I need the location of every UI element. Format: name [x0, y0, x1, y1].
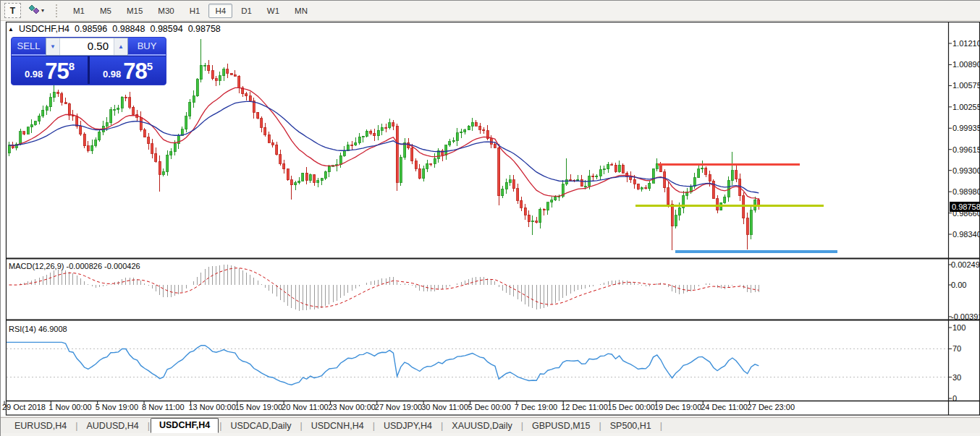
- chart-tab-bar: EURUSD,H4|AUDUSD,H4|USDCHF,H4|USDCAD,Dai…: [1, 417, 980, 433]
- symbol-label: USDCHF,H4: [19, 24, 69, 34]
- time-axis-label: 15 Dec 00:00: [608, 403, 655, 411]
- macd-axis-label: 0.002492: [951, 260, 980, 270]
- terminal-window: T ▾ M1M5M15M30H1H4D1W1MN ▲ USDCHF,H4 0.9…: [0, 0, 980, 436]
- time-axis-label: 27 Nov 19:00: [375, 403, 422, 411]
- buy-price-small: 0.98: [103, 69, 121, 80]
- price-axis-label: 0.99935: [952, 123, 980, 133]
- price-axis-label: 0.98340: [952, 229, 980, 239]
- time-axis-label: 7 Dec 19:00: [515, 403, 557, 411]
- ohlc-high: 0.98848: [112, 24, 145, 34]
- macd-indicator-label: MACD(12,26,9) -0.000826 -0.000426: [9, 262, 140, 270]
- chart-tab-AUDUSD-H4[interactable]: AUDUSD,H4: [79, 419, 147, 433]
- current-price-badge: 0.98758: [950, 202, 980, 212]
- chart-ohlc-header: ▲ USDCHF,H4 0.98596 0.98848 0.98594 0.98…: [8, 24, 221, 34]
- price-axis-label: 0.98980: [952, 187, 980, 197]
- ma-slow-line[interactable]: [9, 101, 759, 193]
- time-axis-label: 27 Dec 23:00: [748, 403, 795, 411]
- price-axis-label: 1.00575: [952, 80, 980, 90]
- price-axis-label: 0.99615: [952, 145, 980, 155]
- buy-price-big: 78: [123, 61, 146, 82]
- timeframe-button-D1[interactable]: D1: [235, 4, 258, 18]
- timeframe-button-M15[interactable]: M15: [120, 4, 149, 18]
- rsi-axis-label: 30: [952, 372, 961, 382]
- time-axis-label: 1 Nov 00:00: [48, 403, 91, 411]
- text-tool-button[interactable]: T: [4, 3, 21, 18]
- timeframe-button-MN[interactable]: MN: [288, 4, 314, 18]
- sell-button[interactable]: SELL: [12, 38, 46, 56]
- time-axis-label: 23 Nov 00:00: [328, 403, 375, 411]
- volume-input[interactable]: 0.50: [60, 38, 114, 55]
- time-axis-label: 30 Nov 11:00: [421, 403, 468, 411]
- macd-axis-label: -0.003913: [951, 312, 980, 322]
- macd-histogram: [9, 265, 759, 310]
- volume-decrease-button[interactable]: ▼: [46, 38, 60, 55]
- time-axis-label: 29 Oct 2018: [2, 403, 46, 411]
- sell-price-small: 0.98: [25, 69, 43, 80]
- chart-tab-USDJPY-H4[interactable]: USDJPY,H4: [376, 419, 440, 433]
- buy-button[interactable]: BUY: [128, 38, 166, 56]
- chart-tab-XAUUSD-Daily[interactable]: XAUUSD,Daily: [444, 419, 520, 433]
- tab-separator: |: [659, 421, 663, 433]
- price-axis-label: 1.00255: [952, 102, 980, 112]
- sell-price-sup: 8: [69, 60, 75, 72]
- shapes-icon: [28, 4, 40, 17]
- timeframe-toolbar: M1M5M15M30H1H4D1W1MN: [67, 4, 316, 18]
- price-axis-label: 1.01210: [952, 38, 980, 48]
- chart-tab-USDCNH-H4[interactable]: USDCNH,H4: [303, 419, 372, 433]
- timeframe-button-M1[interactable]: M1: [67, 4, 91, 18]
- chart-tab-SP500-H1[interactable]: SP500,H1: [602, 419, 659, 433]
- macd-signal-line: [9, 268, 759, 307]
- chart-tab-USDCHF-H4[interactable]: USDCHF,H4: [151, 418, 219, 433]
- ohlc-low: 0.98594: [150, 24, 182, 34]
- ohlc-close: 0.98758: [188, 24, 221, 34]
- time-axis-label: 5 Nov 19:00: [96, 403, 138, 411]
- timeframe-button-H4[interactable]: H4: [208, 4, 232, 18]
- price-axis-label: 0.99300: [952, 166, 980, 176]
- timeframe-button-H1[interactable]: H1: [183, 4, 207, 18]
- toolbar-grip[interactable]: [56, 4, 61, 17]
- time-axis-label: 8 Nov 11:00: [142, 403, 185, 411]
- chart-tab-USDCAD-Daily[interactable]: USDCAD,Daily: [222, 419, 299, 433]
- macd-axis-label: 0.00: [951, 280, 966, 290]
- chevron-down-icon: ▾: [41, 7, 44, 14]
- shapes-tool-button[interactable]: ▾: [24, 4, 48, 17]
- rsi-axis-label: 100: [952, 322, 966, 333]
- sell-price-big: 75: [45, 61, 68, 82]
- buy-price-sup: 5: [147, 60, 153, 72]
- one-click-trading-panel: SELL ▼ 0.50 ▲ BUY 0.98 75 8 0.98 78: [11, 37, 166, 85]
- time-axis-label: 19 Dec 19:00: [654, 403, 701, 411]
- timeframe-button-M30[interactable]: M30: [151, 4, 180, 18]
- volume-increase-button[interactable]: ▲: [114, 38, 127, 55]
- chart-tab-EURUSD-H4[interactable]: EURUSD,H4: [7, 419, 75, 433]
- ohlc-open: 0.98596: [75, 24, 107, 34]
- rsi-indicator-label: RSI(14) 46.9008: [9, 325, 67, 333]
- time-axis-label: 12 Dec 11:00: [561, 403, 608, 411]
- timeframe-button-M5[interactable]: M5: [93, 4, 118, 18]
- timeframe-button-W1[interactable]: W1: [261, 4, 286, 18]
- status-strip: [1, 433, 980, 436]
- sell-price-display[interactable]: 0.98 75 8: [12, 56, 88, 84]
- rsi-axis-label: 70: [952, 343, 961, 354]
- collapse-panel-icon[interactable]: ▲: [8, 26, 14, 33]
- chart-area[interactable]: ▲ USDCHF,H4 0.98596 0.98848 0.98594 0.98…: [1, 21, 980, 416]
- buy-price-display[interactable]: 0.98 78 5: [90, 56, 166, 84]
- price-axis-label: 1.00890: [952, 59, 980, 69]
- rsi-axis-label: 0: [952, 393, 957, 403]
- toolbar: T ▾ M1M5M15M30H1H4D1W1MN: [1, 1, 980, 21]
- time-axis-label: 5 Dec 00:00: [468, 403, 511, 411]
- chart-tab-GBPUSD-M15[interactable]: GBPUSD,M15: [524, 419, 599, 433]
- time-axis-label: 20 Nov 11:00: [282, 403, 329, 411]
- volume-stepper: ▼ 0.50 ▲: [46, 38, 128, 56]
- time-axis-label: 15 Nov 19:00: [235, 403, 282, 411]
- time-axis-label: 24 Dec 11:00: [701, 403, 748, 411]
- time-axis-label: 13 Nov 00:00: [188, 403, 235, 411]
